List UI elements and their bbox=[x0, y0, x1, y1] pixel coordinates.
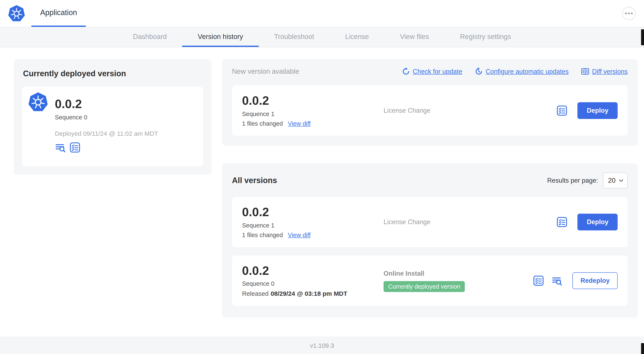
results-per-page-value: 20 bbox=[608, 177, 616, 184]
preflight-checks-icon[interactable] bbox=[557, 217, 568, 227]
configure-automatic-updates-link[interactable]: Configure automatic updates bbox=[475, 68, 569, 75]
new-version-card: 0.0.2 Sequence 1 1 files changed View di… bbox=[232, 86, 628, 136]
files-changed-label: 1 files changed bbox=[242, 232, 283, 238]
version-source-label: Online Install bbox=[384, 270, 526, 277]
deployed-version-card: 0.0.2 Sequence 0 Deployed 09/11/24 @ 11:… bbox=[22, 87, 203, 166]
new-version-panel: New version available Check for update C… bbox=[222, 59, 638, 146]
nav-tab-view-files[interactable]: View files bbox=[384, 27, 444, 47]
app-footer: v1.109.3 bbox=[0, 336, 644, 354]
results-per-page-label: Results per page: bbox=[547, 177, 598, 184]
configure-automatic-updates-label: Configure automatic updates bbox=[486, 68, 569, 75]
preflight-checks-icon[interactable] bbox=[557, 105, 568, 116]
check-for-update-label: Check for update bbox=[413, 68, 462, 75]
deploy-button[interactable]: Deploy bbox=[578, 214, 618, 230]
view-diff-link[interactable]: View diff bbox=[288, 120, 311, 127]
ellipsis-dot bbox=[631, 13, 633, 14]
auto-update-clock-icon bbox=[475, 68, 483, 75]
scrollbar-thumb[interactable] bbox=[641, 343, 644, 354]
app-icon bbox=[28, 92, 48, 113]
sequence-label: Sequence 1 bbox=[242, 111, 384, 117]
refresh-icon bbox=[402, 68, 410, 75]
nav-tab-troubleshoot[interactable]: Troubleshoot bbox=[258, 27, 330, 47]
version-source-label: License Change bbox=[384, 218, 550, 226]
currently-deployed-panel: Currently deployed version 0.0.2 Sequenc… bbox=[14, 59, 212, 175]
scrollbar-thumb[interactable] bbox=[641, 29, 644, 45]
released-date: 08/29/24 @ 03:18 pm MDT bbox=[271, 290, 347, 297]
deployed-sequence-label: Sequence 0 bbox=[55, 114, 195, 121]
nav-tab-license[interactable]: License bbox=[330, 27, 384, 47]
version-source-label: License Change bbox=[384, 107, 550, 114]
main-content: Currently deployed version 0.0.2 Sequenc… bbox=[0, 47, 644, 317]
currently-deployed-title: Currently deployed version bbox=[23, 69, 203, 78]
deployed-date-label: Deployed 09/11/24 @ 11:02 am MDT bbox=[55, 130, 195, 137]
tab-application[interactable]: Application bbox=[32, 0, 86, 27]
deployed-version-number: 0.0.2 bbox=[55, 98, 195, 111]
check-for-update-link[interactable]: Check for update bbox=[402, 68, 462, 75]
view-logs-icon[interactable] bbox=[55, 142, 66, 153]
ellipsis-dot bbox=[625, 13, 627, 14]
all-versions-title: All versions bbox=[232, 176, 277, 185]
view-diff-link[interactable]: View diff bbox=[288, 232, 311, 238]
sequence-label: Sequence 0 bbox=[242, 280, 384, 287]
version-number: 0.0.2 bbox=[242, 94, 384, 108]
diff-versions-label: Diff versions bbox=[592, 68, 628, 75]
console-version-label: v1.109.3 bbox=[310, 342, 334, 349]
app-nav: Dashboard Version history Troubleshoot L… bbox=[0, 27, 644, 47]
sequence-label: Sequence 1 bbox=[242, 222, 384, 229]
new-version-title: New version available bbox=[232, 68, 299, 75]
app-tab-label: Application bbox=[40, 8, 77, 17]
diff-versions-link[interactable]: Diff versions bbox=[581, 68, 628, 75]
results-per-page-select[interactable]: 20 bbox=[603, 173, 628, 189]
diff-table-icon bbox=[581, 68, 589, 75]
redeploy-button[interactable]: Redeploy bbox=[572, 272, 618, 289]
nav-tab-registry-settings[interactable]: Registry settings bbox=[444, 27, 526, 47]
more-options-button[interactable] bbox=[622, 7, 636, 20]
version-number: 0.0.2 bbox=[242, 206, 384, 219]
all-versions-panel: All versions Results per page: 20 0.0.2 … bbox=[222, 163, 638, 317]
view-logs-icon[interactable] bbox=[552, 275, 562, 286]
nav-tab-version-history[interactable]: Version history bbox=[182, 27, 258, 47]
admin-console-page: Application Dashboard Version history Tr… bbox=[0, 0, 644, 354]
deploy-button[interactable]: Deploy bbox=[578, 102, 618, 119]
released-label: Released bbox=[242, 290, 268, 297]
ellipsis-dot bbox=[628, 13, 630, 14]
version-row: 0.0.2 Sequence 1 1 files changed View di… bbox=[232, 197, 628, 247]
version-number: 0.0.2 bbox=[242, 264, 384, 277]
chevron-down-icon bbox=[619, 179, 624, 182]
currently-deployed-badge: Currently deployed version bbox=[384, 281, 465, 292]
version-row: 0.0.2 Sequence 0 Released 08/29/24 @ 03:… bbox=[232, 255, 628, 306]
nav-tab-dashboard[interactable]: Dashboard bbox=[118, 27, 182, 47]
preflight-checks-icon[interactable] bbox=[533, 275, 544, 286]
files-changed-label: 1 files changed bbox=[242, 120, 283, 127]
kubernetes-logo-icon bbox=[8, 0, 26, 27]
top-header: Application bbox=[0, 0, 644, 27]
preflight-checks-icon[interactable] bbox=[70, 142, 80, 153]
